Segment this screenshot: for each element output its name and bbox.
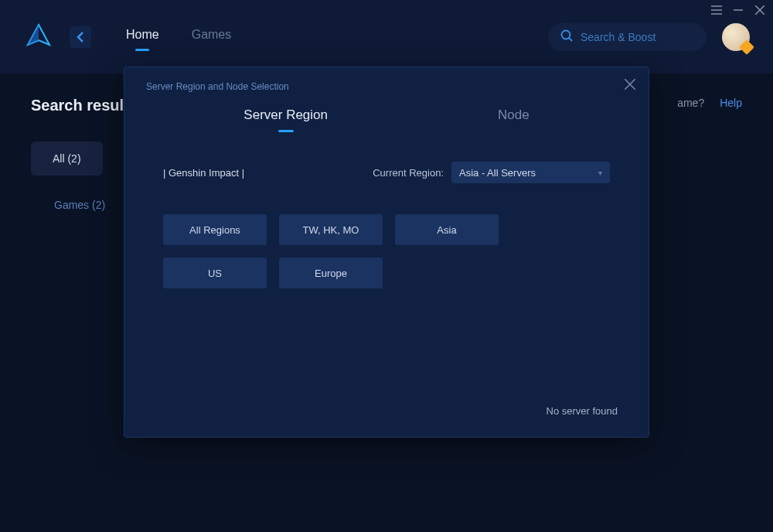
modal-title: Server Region and Node Selection bbox=[146, 81, 627, 92]
server-region-modal: Server Region and Node Selection Server … bbox=[124, 66, 649, 438]
search-input[interactable] bbox=[581, 31, 716, 43]
region-grid: All Regions TW, HK, MO Asia US Europe bbox=[146, 214, 627, 288]
modal-tab-server-region[interactable]: Server Region bbox=[243, 107, 328, 129]
minimize-icon[interactable] bbox=[733, 5, 744, 15]
content-hint: ame? bbox=[677, 97, 704, 109]
region-us[interactable]: US bbox=[163, 257, 267, 288]
back-button[interactable] bbox=[70, 26, 91, 48]
help-link[interactable]: Help bbox=[720, 97, 742, 109]
avatar[interactable] bbox=[722, 23, 750, 51]
search-box[interactable] bbox=[548, 23, 707, 51]
filter-all[interactable]: All (2) bbox=[31, 142, 103, 176]
game-label: | Genshin Impact | bbox=[163, 167, 244, 179]
nav-tabs: Home Games bbox=[126, 28, 231, 46]
current-region-select[interactable]: Asia - All Servers ▾ bbox=[451, 162, 610, 183]
region-asia[interactable]: Asia bbox=[395, 214, 499, 245]
tab-home[interactable]: Home bbox=[126, 28, 159, 46]
modal-tabs: Server Region Node bbox=[146, 107, 627, 129]
modal-tab-node[interactable]: Node bbox=[498, 107, 530, 129]
app-header: Home Games bbox=[0, 0, 773, 73]
modal-region-row: | Genshin Impact | Current Region: Asia … bbox=[146, 162, 627, 183]
tab-games[interactable]: Games bbox=[192, 28, 232, 46]
region-twhkmo[interactable]: TW, HK, MO bbox=[279, 214, 383, 245]
chevron-down-icon: ▾ bbox=[598, 169, 602, 177]
menu-icon[interactable] bbox=[711, 5, 722, 15]
region-europe[interactable]: Europe bbox=[279, 257, 383, 288]
modal-footer-status: No server found bbox=[547, 405, 618, 417]
svg-point-8 bbox=[562, 30, 570, 39]
title-bar bbox=[711, 5, 765, 15]
current-region-field: Current Region: Asia - All Servers ▾ bbox=[373, 162, 610, 183]
app-logo bbox=[23, 22, 54, 53]
current-region-value: Asia - All Servers bbox=[459, 167, 536, 179]
current-region-label: Current Region: bbox=[373, 167, 444, 179]
region-all[interactable]: All Regions bbox=[163, 214, 267, 245]
svg-line-9 bbox=[569, 38, 572, 41]
close-icon[interactable] bbox=[754, 5, 765, 15]
modal-close-button[interactable] bbox=[622, 77, 638, 92]
search-icon bbox=[560, 29, 573, 45]
